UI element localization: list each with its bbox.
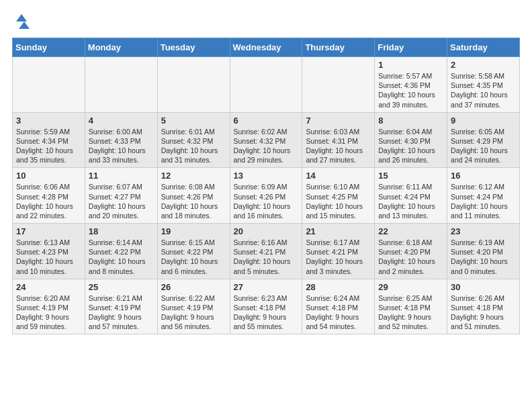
day-cell <box>157 57 230 113</box>
day-info: Sunrise: 6:01 AM Sunset: 4:32 PM Dayligh… <box>161 127 226 165</box>
day-info: Sunrise: 6:16 AM Sunset: 4:21 PM Dayligh… <box>234 238 299 276</box>
day-info: Sunrise: 6:14 AM Sunset: 4:22 PM Dayligh… <box>89 238 154 276</box>
day-info: Sunrise: 6:23 AM Sunset: 4:18 PM Dayligh… <box>234 293 299 332</box>
day-number: 26 <box>161 282 226 292</box>
day-number: 19 <box>161 226 226 236</box>
week-row-3: 10Sunrise: 6:06 AM Sunset: 4:28 PM Dayli… <box>13 168 520 224</box>
day-info: Sunrise: 6:04 AM Sunset: 4:30 PM Dayligh… <box>378 127 443 165</box>
day-info: Sunrise: 6:24 AM Sunset: 4:18 PM Dayligh… <box>306 293 371 332</box>
day-cell: 17Sunrise: 6:13 AM Sunset: 4:23 PM Dayli… <box>13 224 85 279</box>
calendar-header-row: SundayMondayTuesdayWednesdayThursdayFrid… <box>13 38 520 57</box>
day-info: Sunrise: 6:09 AM Sunset: 4:26 PM Dayligh… <box>234 182 299 220</box>
week-row-4: 17Sunrise: 6:13 AM Sunset: 4:23 PM Dayli… <box>13 224 520 279</box>
day-info: Sunrise: 6:26 AM Sunset: 4:18 PM Dayligh… <box>451 293 516 332</box>
day-info: Sunrise: 6:17 AM Sunset: 4:21 PM Dayligh… <box>306 238 371 276</box>
day-info: Sunrise: 6:18 AM Sunset: 4:20 PM Dayligh… <box>378 238 443 276</box>
day-cell: 12Sunrise: 6:08 AM Sunset: 4:26 PM Dayli… <box>157 168 230 224</box>
day-number: 21 <box>306 226 371 236</box>
day-info: Sunrise: 6:08 AM Sunset: 4:26 PM Dayligh… <box>161 182 226 220</box>
day-cell: 29Sunrise: 6:25 AM Sunset: 4:18 PM Dayli… <box>375 279 447 334</box>
day-info: Sunrise: 6:12 AM Sunset: 4:24 PM Dayligh… <box>451 182 516 220</box>
day-info: Sunrise: 5:57 AM Sunset: 4:36 PM Dayligh… <box>378 71 443 109</box>
header-saturday: Saturday <box>447 38 520 57</box>
day-info: Sunrise: 6:06 AM Sunset: 4:28 PM Dayligh… <box>16 182 81 220</box>
day-number: 23 <box>451 226 516 236</box>
day-info: Sunrise: 6:21 AM Sunset: 4:19 PM Dayligh… <box>89 293 154 332</box>
day-cell: 7Sunrise: 6:03 AM Sunset: 4:31 PM Daylig… <box>302 112 375 168</box>
logo-icon <box>12 12 31 31</box>
day-number: 11 <box>89 171 154 181</box>
day-cell <box>13 57 85 113</box>
day-info: Sunrise: 6:22 AM Sunset: 4:19 PM Dayligh… <box>161 293 226 332</box>
day-cell <box>302 57 375 113</box>
header-wednesday: Wednesday <box>230 38 302 57</box>
day-cell <box>230 57 302 113</box>
day-cell: 5Sunrise: 6:01 AM Sunset: 4:32 PM Daylig… <box>157 112 230 168</box>
day-info: Sunrise: 6:25 AM Sunset: 4:18 PM Dayligh… <box>378 293 443 332</box>
day-cell: 9Sunrise: 6:05 AM Sunset: 4:29 PM Daylig… <box>447 112 520 168</box>
day-cell: 4Sunrise: 6:00 AM Sunset: 4:33 PM Daylig… <box>85 112 157 168</box>
day-number: 29 <box>378 282 443 292</box>
day-cell: 24Sunrise: 6:20 AM Sunset: 4:19 PM Dayli… <box>13 279 85 334</box>
header-thursday: Thursday <box>302 38 375 57</box>
day-number: 3 <box>16 116 81 126</box>
day-info: Sunrise: 6:19 AM Sunset: 4:20 PM Dayligh… <box>451 238 516 276</box>
day-cell: 28Sunrise: 6:24 AM Sunset: 4:18 PM Dayli… <box>302 279 375 334</box>
day-info: Sunrise: 5:58 AM Sunset: 4:35 PM Dayligh… <box>451 71 516 109</box>
day-cell <box>85 57 157 113</box>
day-cell: 8Sunrise: 6:04 AM Sunset: 4:30 PM Daylig… <box>375 112 447 168</box>
day-number: 10 <box>16 171 81 181</box>
header-monday: Monday <box>85 38 157 57</box>
day-info: Sunrise: 6:05 AM Sunset: 4:29 PM Dayligh… <box>451 127 516 165</box>
header-friday: Friday <box>375 38 447 57</box>
day-cell: 1Sunrise: 5:57 AM Sunset: 4:36 PM Daylig… <box>375 57 447 113</box>
day-number: 4 <box>89 116 154 126</box>
day-cell: 23Sunrise: 6:19 AM Sunset: 4:20 PM Dayli… <box>447 224 520 279</box>
day-cell: 16Sunrise: 6:12 AM Sunset: 4:24 PM Dayli… <box>447 168 520 224</box>
day-number: 7 <box>306 116 371 126</box>
day-cell: 6Sunrise: 6:02 AM Sunset: 4:32 PM Daylig… <box>230 112 302 168</box>
day-cell: 10Sunrise: 6:06 AM Sunset: 4:28 PM Dayli… <box>13 168 85 224</box>
day-cell: 21Sunrise: 6:17 AM Sunset: 4:21 PM Dayli… <box>302 224 375 279</box>
day-cell: 13Sunrise: 6:09 AM Sunset: 4:26 PM Dayli… <box>230 168 302 224</box>
day-number: 20 <box>234 226 299 236</box>
day-number: 14 <box>306 171 371 181</box>
day-number: 8 <box>378 116 443 126</box>
day-cell: 11Sunrise: 6:07 AM Sunset: 4:27 PM Dayli… <box>85 168 157 224</box>
day-cell: 30Sunrise: 6:26 AM Sunset: 4:18 PM Dayli… <box>447 279 520 334</box>
day-number: 13 <box>234 171 299 181</box>
day-info: Sunrise: 6:10 AM Sunset: 4:25 PM Dayligh… <box>306 182 371 220</box>
day-info: Sunrise: 6:13 AM Sunset: 4:23 PM Dayligh… <box>16 238 81 276</box>
day-info: Sunrise: 6:11 AM Sunset: 4:24 PM Dayligh… <box>378 182 443 220</box>
week-row-5: 24Sunrise: 6:20 AM Sunset: 4:19 PM Dayli… <box>13 279 520 334</box>
day-cell: 3Sunrise: 5:59 AM Sunset: 4:34 PM Daylig… <box>13 112 85 168</box>
day-number: 2 <box>451 60 516 70</box>
day-number: 25 <box>89 282 154 292</box>
day-info: Sunrise: 6:07 AM Sunset: 4:27 PM Dayligh… <box>89 182 154 220</box>
logo <box>12 12 34 31</box>
day-info: Sunrise: 6:20 AM Sunset: 4:19 PM Dayligh… <box>16 293 81 332</box>
day-number: 9 <box>451 116 516 126</box>
day-cell: 2Sunrise: 5:58 AM Sunset: 4:35 PM Daylig… <box>447 57 520 113</box>
day-cell: 14Sunrise: 6:10 AM Sunset: 4:25 PM Dayli… <box>302 168 375 224</box>
day-number: 28 <box>306 282 371 292</box>
header-sunday: Sunday <box>13 38 85 57</box>
day-number: 1 <box>378 60 443 70</box>
day-cell: 22Sunrise: 6:18 AM Sunset: 4:20 PM Dayli… <box>375 224 447 279</box>
day-number: 16 <box>451 171 516 181</box>
day-number: 17 <box>16 226 81 236</box>
day-number: 22 <box>378 226 443 236</box>
header-tuesday: Tuesday <box>157 38 230 57</box>
day-number: 18 <box>89 226 154 236</box>
day-info: Sunrise: 6:02 AM Sunset: 4:32 PM Dayligh… <box>234 127 299 165</box>
week-row-2: 3Sunrise: 5:59 AM Sunset: 4:34 PM Daylig… <box>13 112 520 168</box>
day-number: 15 <box>378 171 443 181</box>
day-number: 27 <box>234 282 299 292</box>
calendar-table: SundayMondayTuesdayWednesdayThursdayFrid… <box>12 38 520 334</box>
day-cell: 18Sunrise: 6:14 AM Sunset: 4:22 PM Dayli… <box>85 224 157 279</box>
day-cell: 19Sunrise: 6:15 AM Sunset: 4:22 PM Dayli… <box>157 224 230 279</box>
day-cell: 20Sunrise: 6:16 AM Sunset: 4:21 PM Dayli… <box>230 224 302 279</box>
day-info: Sunrise: 5:59 AM Sunset: 4:34 PM Dayligh… <box>16 127 81 165</box>
day-info: Sunrise: 6:15 AM Sunset: 4:22 PM Dayligh… <box>161 238 226 276</box>
day-number: 12 <box>161 171 226 181</box>
